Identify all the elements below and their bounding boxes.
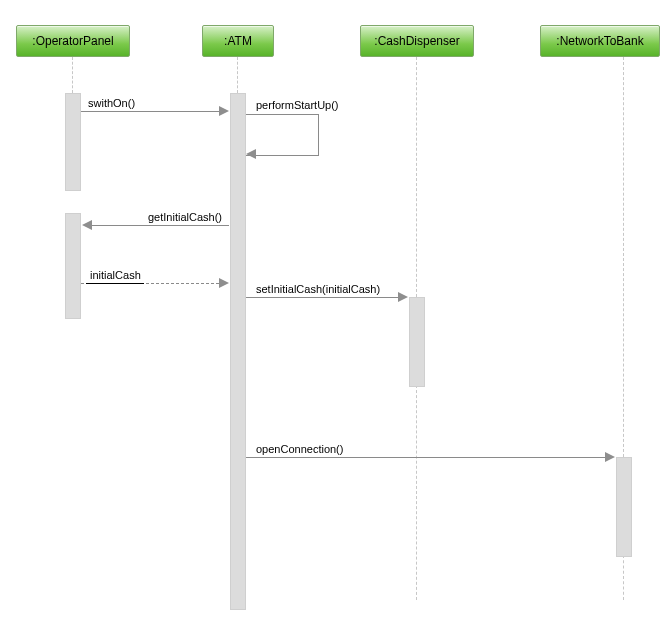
message-initial-cash-underline — [86, 283, 144, 284]
lifeline-network-to-bank — [623, 57, 624, 457]
lifeline-network-to-bank-2 — [623, 555, 624, 600]
message-get-initial-cash-line — [92, 225, 229, 226]
message-get-initial-cash-arrow-icon — [82, 220, 92, 230]
lifeline-atm — [237, 57, 238, 93]
message-switch-on-line — [81, 111, 219, 112]
message-set-initial-cash-label: setInitialCash(initialCash) — [256, 283, 380, 295]
actor-cash-dispenser: :CashDispenser — [360, 25, 474, 57]
message-perform-startup-arrow-icon — [246, 149, 256, 159]
lifeline-cash-dispenser-2 — [416, 385, 417, 600]
message-set-initial-cash-arrow-icon — [398, 292, 408, 302]
actor-operator-panel: :OperatorPanel — [16, 25, 130, 57]
message-switch-on-label: swithOn() — [88, 97, 135, 109]
actor-atm: :ATM — [202, 25, 274, 57]
sequence-diagram: :OperatorPanel :ATM :CashDispenser :Netw… — [0, 0, 668, 639]
actor-atm-label: :ATM — [224, 34, 252, 48]
activation-atm — [230, 93, 246, 610]
actor-operator-panel-label: :OperatorPanel — [32, 34, 113, 48]
lifeline-cash-dispenser — [416, 57, 417, 297]
activation-cash-dispenser — [409, 297, 425, 387]
activation-network-to-bank — [616, 457, 632, 557]
activation-operator-panel-2 — [65, 213, 81, 319]
lifeline-operator-panel — [72, 57, 73, 93]
actor-network-to-bank: :NetworkToBank — [540, 25, 660, 57]
message-perform-startup-selfcall — [246, 114, 319, 156]
actor-cash-dispenser-label: :CashDispenser — [374, 34, 459, 48]
message-open-connection-label: openConnection() — [256, 443, 343, 455]
message-initial-cash-label: initialCash — [90, 269, 141, 281]
message-perform-startup-label: performStartUp() — [256, 99, 339, 111]
message-set-initial-cash-line — [246, 297, 398, 298]
activation-operator-panel-1 — [65, 93, 81, 191]
message-initial-cash-arrow-icon — [219, 278, 229, 288]
message-open-connection-line — [246, 457, 605, 458]
actor-network-to-bank-label: :NetworkToBank — [556, 34, 643, 48]
message-get-initial-cash-label: getInitialCash() — [148, 211, 222, 223]
message-switch-on-arrow-icon — [219, 106, 229, 116]
message-open-connection-arrow-icon — [605, 452, 615, 462]
